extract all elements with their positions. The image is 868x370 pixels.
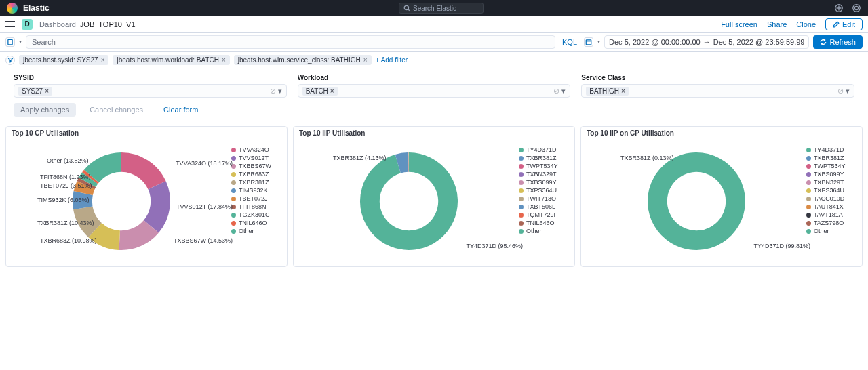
legend-item[interactable]: TVVA324O (231, 146, 281, 153)
legend-item[interactable]: TNIL646O (519, 220, 569, 226)
legend-item[interactable]: TXBR683Z (231, 171, 281, 178)
legend-item[interactable]: TAZS798O (806, 220, 856, 226)
edit-button[interactable]: Edit (825, 18, 863, 30)
clear-icon[interactable]: ⊘ (553, 87, 559, 96)
close-icon[interactable]: × (222, 56, 226, 64)
legend-item[interactable]: TXBN329T (519, 171, 569, 178)
close-icon[interactable]: × (101, 56, 105, 64)
saved-query-button[interactable] (5, 37, 15, 47)
legend-dot (231, 229, 236, 234)
legend-item[interactable]: TXBN329T (806, 179, 856, 186)
legend-item[interactable]: TXPS364U (806, 187, 856, 194)
add-filter-link[interactable]: + Add filter (376, 56, 408, 64)
legend-item[interactable]: TXBR381Z (231, 179, 281, 186)
space-selector[interactable]: D (22, 19, 33, 30)
chevron-down-icon[interactable]: ▾ (561, 87, 566, 96)
legend-item[interactable]: TXPS364U (519, 187, 569, 194)
close-icon[interactable]: × (330, 87, 334, 95)
filter-options-button[interactable] (5, 56, 15, 65)
legend-item[interactable]: TXBBS67W (231, 163, 281, 169)
legend-dot (519, 164, 524, 169)
legend-item[interactable]: TACC010D (806, 195, 856, 202)
control-label: Service Class (581, 74, 854, 81)
donut-chart: TVVA324O (18.17%) TVVS012T (17.84%) TXBB… (12, 138, 231, 264)
legend-item[interactable]: TAUT841X (806, 203, 856, 210)
query-input[interactable]: Search (26, 35, 555, 49)
filter-pill[interactable]: jbeats.host.wlm.service_class: BATHIGH× (234, 55, 372, 65)
clear-icon[interactable]: ⊘ (837, 87, 844, 96)
legend-item[interactable]: TY4D371D (519, 146, 569, 153)
legend-label: TXBS099Y (526, 179, 557, 186)
legend-item[interactable]: TGZK301C (231, 211, 281, 218)
legend-item[interactable]: TXBT506L (519, 203, 569, 210)
legend-item[interactable]: TXBS099Y (806, 171, 856, 178)
legend-label: TNIL646O (526, 220, 555, 226)
legend-label: TXBN329T (526, 171, 557, 178)
newsfeed-icon[interactable] (834, 3, 844, 13)
legend-item[interactable]: TWPT534Y (806, 163, 856, 169)
apply-button[interactable]: Apply changes (14, 103, 76, 117)
help-icon[interactable] (852, 3, 861, 13)
global-search[interactable]: Search Elastic (399, 3, 484, 14)
clone-link[interactable]: Clone (796, 20, 816, 28)
filter-pill[interactable]: jbeats.host.wlm.workload: BATCH× (113, 55, 229, 65)
chevron-down-icon[interactable]: ▾ (597, 39, 600, 45)
control-select[interactable]: BATHIGH× ⊘▾ (581, 84, 854, 98)
close-icon[interactable]: × (45, 87, 49, 95)
nav-toggle[interactable] (5, 19, 16, 30)
fullscreen-link[interactable]: Full screen (721, 20, 757, 28)
svg-rect-5 (586, 39, 591, 44)
breadcrumb-parent[interactable]: Dashboard (39, 20, 76, 28)
legend-item[interactable]: Other (231, 228, 281, 234)
close-icon[interactable]: × (363, 56, 368, 64)
legend-item[interactable]: TFIT868N (231, 203, 281, 210)
refresh-button[interactable]: Refresh (813, 35, 863, 49)
legend-dot (519, 229, 524, 234)
control-select[interactable]: SYS27× ⊘▾ (14, 84, 287, 98)
clear-button[interactable]: Clear form (157, 103, 205, 117)
panel-iip-on-cp-util: Top 10 IIP on CP Utilisation TXBR381Z (0… (580, 126, 863, 267)
kql-toggle[interactable]: KQL (562, 38, 577, 46)
legend-item[interactable]: TIMS932K (231, 187, 281, 194)
legend-label: TGZK301C (239, 211, 270, 218)
legend-dot (806, 188, 811, 193)
chevron-down-icon[interactable]: ▾ (846, 87, 850, 96)
legend-item[interactable]: TBET072J (231, 195, 281, 202)
refresh-icon (820, 39, 827, 45)
control-label: SYSID (14, 74, 287, 81)
legend-item[interactable]: TWIT713O (519, 195, 569, 202)
chevron-down-icon[interactable]: ▾ (19, 39, 22, 45)
legend-item[interactable]: TNIL646O (231, 220, 281, 226)
legend-item[interactable]: TQMT729I (519, 211, 569, 218)
legend-dot (519, 221, 524, 226)
share-link[interactable]: Share (767, 20, 787, 28)
legend-dot (519, 148, 524, 152)
legend-item[interactable]: TXBS099Y (519, 179, 569, 186)
control-select[interactable]: BATCH× ⊘▾ (298, 84, 571, 98)
legend-item[interactable]: Other (519, 228, 569, 234)
legend-label: TY4D371D (526, 146, 557, 153)
legend-item[interactable]: TXBR381Z (806, 155, 856, 161)
chevron-down-icon[interactable]: ▾ (278, 87, 282, 96)
legend-label: TAZS798O (814, 220, 844, 226)
cancel-button[interactable]: Cancel changes (83, 103, 150, 117)
callout: TVVS012T (17.84%) (176, 203, 233, 210)
date-quick-button[interactable] (584, 37, 593, 47)
filter-pill[interactable]: jbeats.host.sysid: SYS27× (19, 55, 108, 65)
legend-dot (806, 156, 811, 161)
legend-label: TAVT181A (814, 211, 843, 218)
legend-item[interactable]: TVVS012T (231, 155, 281, 161)
callout: TXBR381Z (0.13%) (620, 155, 674, 161)
controls-actions: Apply changes Cancel changes Clear form (0, 103, 868, 122)
legend-item[interactable]: TY4D371D (806, 146, 856, 153)
legend-item[interactable]: TAVT181A (806, 211, 856, 218)
legend-item[interactable]: TWPT534Y (519, 163, 569, 169)
legend-dot (519, 156, 524, 161)
date-range[interactable]: Dec 5, 2022 @ 00:00:00.00 → Dec 5, 2022 … (604, 35, 809, 49)
legend-item[interactable]: TXBR381Z (519, 155, 569, 161)
close-icon[interactable]: × (621, 87, 625, 95)
control-service-class: Service Class BATHIGH× ⊘▾ (581, 74, 854, 98)
legend-label: TWPT534Y (526, 163, 558, 169)
clear-icon[interactable]: ⊘ (270, 87, 276, 96)
legend-item[interactable]: Other (806, 228, 856, 234)
